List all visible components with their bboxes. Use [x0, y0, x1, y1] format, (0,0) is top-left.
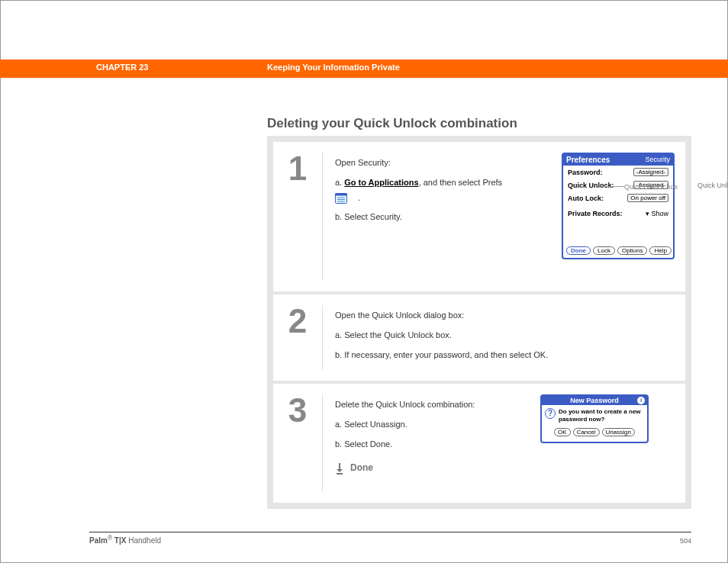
palm2-titlebar: New Password i: [542, 396, 647, 405]
info-icon: i: [637, 397, 645, 404]
chapter-number: CHAPTER 23: [96, 63, 148, 72]
palm-newpassword-screenshot: New Password i ? Do you want to create a…: [540, 394, 649, 443]
page-number: 504: [680, 537, 691, 545]
private-value: ▾ Show: [646, 210, 668, 217]
password-label: Password:: [568, 169, 603, 176]
steps-container: 1 Open Security: a. Go to Applications, …: [267, 136, 691, 509]
palm1-titlebar: Preferences Security: [563, 154, 673, 166]
autolock-value: On power off: [627, 194, 668, 202]
palm1-title-left: Preferences: [566, 156, 610, 164]
step-3: 3 Delete the Quick Unlock combination: a…: [273, 384, 685, 503]
footer-rule: [89, 532, 691, 532]
palm1-help-button: Help: [649, 246, 671, 255]
palm1-lock-button: Lock: [593, 246, 615, 255]
callout-line: [604, 186, 624, 187]
sub-a-rest: , and then select Prefs: [419, 178, 502, 187]
step-number: 1: [273, 142, 322, 291]
palm-preferences-screenshot: Preferences Security Password: -Assigned…: [562, 153, 675, 259]
palm2-button-row: OK Cancel Unassign: [542, 426, 647, 439]
svg-rect-1: [336, 193, 347, 195]
step-2: 2 Open the Quick Unlock dialog box: a. S…: [273, 294, 685, 381]
footer-tail: Handheld: [128, 536, 161, 545]
footer-brand-name: Palm: [89, 536, 108, 545]
step-number: 3: [273, 384, 322, 503]
chapter-title: Keeping Your Information Private: [267, 63, 400, 72]
step-intro: Open the Quick Unlock dialog box:: [335, 308, 673, 323]
autolock-label: Auto Lock:: [568, 195, 604, 202]
palm1-options-button: Options: [617, 246, 648, 255]
step-intro: Open Security:: [335, 156, 510, 171]
step-sub-b: b. Select Done.: [335, 437, 525, 452]
password-value: -Assigned-: [633, 168, 668, 176]
footer-model: T|X: [112, 536, 128, 545]
palm2-ok-button: OK: [554, 428, 571, 436]
footer-brand: Palm® T|X Handheld: [89, 534, 161, 545]
palm1-button-row: Done Lock Options Help: [566, 246, 672, 255]
quick-unlock-box-callout: Quick Unlock box: [624, 183, 693, 191]
palm1-title-right: Security: [645, 156, 670, 164]
palm2-unassign-button: Unassign: [602, 428, 635, 436]
quickunlock-label: Quick Unlock:: [568, 182, 614, 189]
sub-letter: a.: [335, 178, 342, 187]
step-sub-a: a. Go to Applications, and then select P…: [335, 175, 510, 206]
palm1-password-row: Password: -Assigned-: [563, 166, 673, 179]
step-sub-a: a. Select Unassign.: [335, 417, 525, 433]
palm1-done-button: Done: [566, 246, 591, 255]
step-body: Open the Quick Unlock dialog box: a. Sel…: [323, 294, 685, 381]
palm1-private-row: Private Records: ▾ Show: [563, 208, 673, 220]
step-sub-a: a. Select the Quick Unlock box.: [335, 328, 673, 343]
section-title: Deleting your Quick Unlock combination: [267, 116, 517, 131]
question-icon: ?: [545, 408, 556, 419]
sub-a-tail: .: [358, 193, 360, 202]
step-sub-b: b. If necessary, enter your password, an…: [335, 348, 673, 363]
done-row: Done: [335, 460, 525, 477]
palm2-body: ? Do you want to create a new password n…: [542, 405, 647, 426]
step-sub-b: b. Select Security.: [335, 210, 510, 225]
go-to-applications-link[interactable]: Go to Applications: [344, 178, 418, 187]
palm1-autolock-row: Auto Lock: On power off: [563, 191, 673, 204]
step-number: 2: [273, 294, 322, 381]
step-intro: Delete the Quick Unlock combination:: [335, 397, 525, 413]
palm2-cancel-button: Cancel: [573, 428, 600, 436]
prefs-icon: [346, 193, 358, 204]
step-1: 1 Open Security: a. Go to Applications, …: [273, 142, 685, 291]
palm2-message: Do you want to create a new password now…: [559, 408, 644, 423]
quick-unlock-callout: Quick Unlock box: [697, 182, 728, 189]
palm2-title: New Password: [570, 397, 619, 404]
private-label: Private Records:: [568, 210, 623, 217]
done-label: Done: [350, 460, 373, 477]
svg-marker-6: [337, 469, 343, 472]
done-arrow-icon: [335, 462, 344, 475]
